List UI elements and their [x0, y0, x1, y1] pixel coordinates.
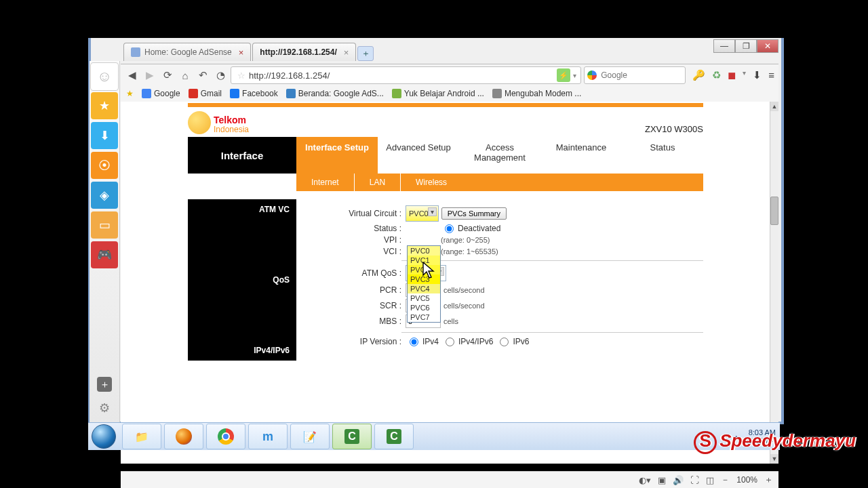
bookmark-google[interactable]: Google	[142, 89, 180, 98]
vc-option[interactable]: PVC0	[408, 246, 440, 256]
status-split-icon[interactable]: ◫	[706, 475, 714, 485]
task-camtasia2[interactable]: C	[374, 424, 414, 449]
task-notepad[interactable]: 📝	[290, 424, 330, 449]
tab-router[interactable]: http://192.168.1.254/ ×	[252, 43, 356, 61]
task-chrome[interactable]	[206, 424, 245, 449]
bookmark-adsense[interactable]: Beranda: Google AdS...	[286, 89, 384, 98]
bookmark-gmail[interactable]: Gmail	[189, 89, 222, 98]
sidebar-add-icon[interactable]: ＋	[97, 377, 112, 392]
task-maxthon[interactable]: m	[248, 424, 288, 449]
sidebar-note-icon[interactable]: ▭	[91, 211, 118, 239]
status-deactivated-radio[interactable]	[445, 224, 454, 233]
sidebar-feed-icon[interactable]: ⦿	[91, 152, 118, 179]
vc-option[interactable]: PVC4	[408, 284, 440, 293]
tab-access-mgmt[interactable]: Access Management	[459, 137, 540, 174]
back-button[interactable]: ◀	[125, 68, 140, 83]
nav-toolbar: ◀ ▶ ⟳ ⌂ ↶ ◔ ☆ ⚡ ▾ 🔑 ♻ ◼ ▾ ⬇ ≡	[121, 64, 778, 87]
vc-option[interactable]: PVC6	[408, 303, 440, 312]
search-box[interactable]	[584, 66, 686, 84]
taskbar: 📁 m 📝 C C ▴ 8:03 AM9/30/2014	[88, 422, 780, 450]
status-sound-icon[interactable]: 🔊	[673, 475, 684, 485]
bookmark-star-icon[interactable]: ☆	[235, 70, 248, 81]
leaf-icon[interactable]: ♻	[712, 69, 721, 81]
plugin-icon[interactable]: ⚡	[557, 68, 570, 82]
tab-status[interactable]: Status	[622, 137, 703, 174]
scroll-thumb[interactable]	[770, 197, 778, 225]
task-camtasia1[interactable]: C	[332, 424, 372, 449]
windows-orb-icon	[92, 424, 116, 449]
search-input[interactable]	[599, 70, 663, 81]
scroll-down-icon[interactable]: ▼	[770, 454, 778, 464]
tab-strip: Home: Google AdSense × http://192.168.1.…	[123, 42, 374, 61]
forward-button[interactable]: ▶	[142, 68, 157, 83]
timer-icon[interactable]: ◔	[213, 68, 228, 83]
vc-select[interactable]: PVC0	[406, 205, 439, 222]
scroll-up-icon[interactable]: ▲	[770, 102, 778, 111]
tab-close-icon[interactable]: ×	[239, 47, 244, 58]
undo-button[interactable]: ↶	[195, 68, 210, 83]
vc-option[interactable]: PVC7	[408, 312, 440, 322]
minimize-button[interactable]: —	[713, 39, 735, 53]
ipver-ipv6-radio[interactable]	[500, 338, 509, 346]
start-button[interactable]	[88, 424, 119, 449]
maxthon-icon: m	[262, 430, 273, 444]
status-screen-icon[interactable]: ▣	[658, 475, 666, 485]
firefox-icon	[176, 428, 192, 445]
dropdown-icon[interactable]: ▾	[573, 72, 576, 79]
maximize-button[interactable]: ❐	[735, 39, 757, 53]
ipver-both-radio[interactable]	[446, 338, 454, 346]
ipver-ipv4-radio[interactable]	[410, 338, 418, 346]
block-icon[interactable]: ◼	[728, 69, 736, 81]
subtab-internet[interactable]: Internet	[296, 174, 355, 191]
zoom-out-button[interactable]: －	[721, 474, 730, 486]
tab-interface-setup[interactable]: Interface Setup	[296, 137, 378, 174]
label-vc: Virtual Circuit :	[296, 209, 406, 218]
chevron-down-icon[interactable]: ▾	[743, 69, 746, 81]
pcr-unit: cells/second	[443, 286, 485, 294]
sidebar-fav-icon[interactable]: ★	[91, 92, 118, 119]
label-atmqos: ATM QoS :	[296, 268, 406, 278]
url-input[interactable]	[248, 70, 557, 81]
smiley-icon[interactable]: ☺	[90, 62, 119, 91]
camtasia-icon: C	[344, 429, 359, 444]
sidebar-gem-icon[interactable]: ◈	[91, 182, 118, 209]
form-body: ATM VC QoS IPv4/IPv6 Virtual Circuit : P…	[188, 199, 703, 361]
home-button[interactable]: ⌂	[178, 68, 193, 83]
label-status: Status :	[296, 224, 406, 233]
vc-option[interactable]: PVC5	[408, 293, 440, 303]
close-button[interactable]: ✕	[757, 39, 778, 53]
new-tab-button[interactable]: ＋	[357, 46, 374, 61]
bookmark-android[interactable]: Yuk Belajar Android ...	[392, 89, 484, 98]
model-label: ZXV10 W300S	[645, 124, 703, 134]
task-firefox[interactable]	[164, 424, 203, 449]
subtab-lan[interactable]: LAN	[355, 174, 401, 191]
sidebar-download-icon[interactable]: ⬇	[91, 122, 118, 149]
brand-logo: TelkomIndonesia	[188, 111, 249, 134]
bookmark-modem[interactable]: Mengubah Modem ...	[492, 89, 581, 98]
vci-hint: (range: 1~65535)	[441, 247, 498, 256]
status-expand-icon[interactable]: ⛶	[690, 475, 699, 485]
status-shield-icon[interactable]: ◐▾	[639, 475, 651, 485]
key-icon[interactable]: 🔑	[692, 69, 705, 81]
bookmark-star-icon[interactable]: ★	[126, 89, 134, 98]
tab-advanced-setup[interactable]: Advanced Setup	[378, 137, 459, 174]
reload-button[interactable]: ⟳	[160, 68, 175, 83]
zoom-in-button[interactable]: ＋	[764, 474, 773, 486]
sidebar-gear-icon[interactable]: ⚙	[91, 394, 118, 422]
tab-adsense[interactable]: Home: Google AdSense ×	[123, 43, 251, 61]
subtab-wireless[interactable]: Wireless	[401, 174, 703, 191]
task-explorer[interactable]: 📁	[122, 424, 161, 449]
address-bar[interactable]: ☆ ⚡ ▾	[231, 66, 581, 84]
download-icon[interactable]: ⬇	[753, 69, 762, 81]
notepad-icon: 📝	[303, 430, 317, 443]
menu-icon[interactable]: ≡	[768, 69, 774, 81]
tab-close-icon[interactable]: ×	[344, 47, 349, 58]
scr-unit: cells/second	[443, 302, 485, 310]
tab-maintenance[interactable]: Maintenance	[540, 137, 622, 174]
sidebar-game-icon[interactable]: 🎮	[91, 241, 118, 268]
page-scrollbar[interactable]: ▲ ▼	[770, 102, 778, 464]
folder-icon: 📁	[135, 430, 149, 443]
vc-dropdown[interactable]: PVC0 PVC1 PVC2 PVC3 PVC4 PVC5 PVC6 PVC7	[407, 245, 441, 323]
pvcs-summary-button[interactable]: PVCs Summary	[441, 207, 507, 220]
bookmark-facebook[interactable]: Facebook	[230, 89, 278, 98]
